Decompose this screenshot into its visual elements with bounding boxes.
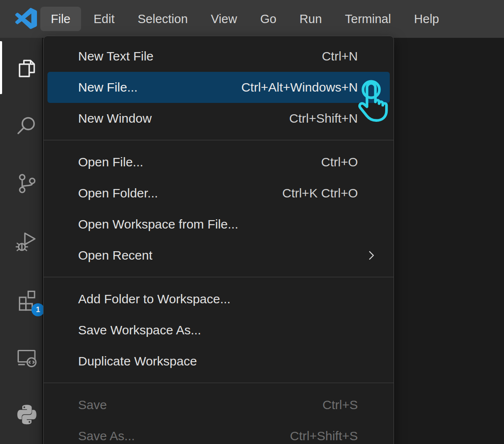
python-icon <box>16 403 38 426</box>
vscode-logo-icon <box>14 8 37 30</box>
activity-bar-item-explorer[interactable] <box>13 55 41 82</box>
menu-item-shortcut: Ctrl+Shift+S <box>290 429 358 443</box>
menu-item-label: Save <box>78 398 312 412</box>
menu-separator <box>44 134 394 147</box>
menu-item-shortcut: Ctrl+K Ctrl+O <box>282 186 358 200</box>
menubar-item-file[interactable]: File <box>40 7 81 31</box>
menu-item-label: New Text File <box>78 49 312 63</box>
menu-item-label: Open Folder... <box>78 186 272 200</box>
search-icon <box>16 115 38 137</box>
vscode-window: FileEditSelectionViewGoRunTerminalHelp 1… <box>0 0 504 444</box>
tap-cursor-icon <box>357 80 396 126</box>
menu-item-open-file[interactable]: Open File...Ctrl+O <box>44 147 394 178</box>
menu-item-shortcut: Ctrl+Shift+N <box>289 111 358 126</box>
active-indicator <box>0 41 2 94</box>
chevron-right-icon <box>368 250 375 261</box>
menu-item-open-workspace-from-file[interactable]: Open Workspace from File... <box>44 209 394 240</box>
menubar-item-edit[interactable]: Edit <box>83 7 125 31</box>
activity-bar-item-remote-explorer[interactable] <box>13 344 41 371</box>
menubar-item-go[interactable]: Go <box>249 7 287 31</box>
menu-item-label: Open Workspace from File... <box>78 217 358 231</box>
menu-item-label: Open File... <box>78 155 311 169</box>
menu-item-open-folder[interactable]: Open Folder...Ctrl+K Ctrl+O <box>44 178 394 209</box>
activity-bar-item-python[interactable] <box>13 401 41 428</box>
menu-item-save-as: Save As...Ctrl+Shift+S <box>44 420 394 444</box>
menu-item-new-file[interactable]: New File...Ctrl+Alt+Windows+N <box>47 72 390 103</box>
files-icon <box>16 57 38 80</box>
debug-icon <box>16 230 38 253</box>
menu-item-save: SaveCtrl+S <box>44 389 394 420</box>
menu-item-label: New Window <box>78 111 279 126</box>
menubar-item-selection[interactable]: Selection <box>127 7 198 31</box>
menu-item-label: Save As... <box>78 429 280 443</box>
menu-item-shortcut: Ctrl+O <box>321 155 358 169</box>
activity-bar: 1 <box>0 38 42 444</box>
menu-item-new-window[interactable]: New WindowCtrl+Shift+N <box>44 103 394 134</box>
menu-item-label: Open Recent <box>78 248 358 263</box>
title-bar: FileEditSelectionViewGoRunTerminalHelp <box>0 0 504 38</box>
activity-bar-item-run-and-debug[interactable] <box>13 228 41 255</box>
activity-bar-item-extensions[interactable]: 1 <box>13 287 41 314</box>
menu-separator <box>44 271 394 284</box>
menu-separator <box>44 377 394 389</box>
menubar-item-help[interactable]: Help <box>404 7 450 31</box>
extensions-badge: 1 <box>32 303 45 316</box>
menubar-item-terminal[interactable]: Terminal <box>334 7 402 31</box>
source-control-icon <box>16 172 38 195</box>
menu-item-duplicate-workspace[interactable]: Duplicate Workspace <box>44 346 394 377</box>
menu-item-shortcut: Ctrl+Alt+Windows+N <box>241 80 358 95</box>
activity-bar-item-source-control[interactable] <box>13 170 41 197</box>
menubar-item-run[interactable]: Run <box>289 7 332 31</box>
file-menu: New Text FileCtrl+NNew File...Ctrl+Alt+W… <box>43 36 394 444</box>
activity-bar-item-search[interactable] <box>13 113 41 139</box>
menu-item-open-recent[interactable]: Open Recent <box>44 240 394 271</box>
menu-item-label: New File... <box>78 80 231 95</box>
menu-item-add-folder-to-workspace[interactable]: Add Folder to Workspace... <box>44 284 394 315</box>
menu-item-shortcut: Ctrl+N <box>322 49 358 63</box>
menu-item-label: Duplicate Workspace <box>78 354 358 368</box>
menu-item-label: Add Folder to Workspace... <box>78 292 358 306</box>
menu-item-label: Save Workspace As... <box>78 323 358 337</box>
menu-item-save-workspace-as[interactable]: Save Workspace As... <box>44 315 394 346</box>
remote-explorer-icon <box>16 347 38 369</box>
menubar-item-view[interactable]: View <box>200 7 247 31</box>
menu-item-new-text-file[interactable]: New Text FileCtrl+N <box>44 41 394 72</box>
menu-bar: FileEditSelectionViewGoRunTerminalHelp <box>40 0 452 38</box>
menu-item-shortcut: Ctrl+S <box>323 398 358 412</box>
